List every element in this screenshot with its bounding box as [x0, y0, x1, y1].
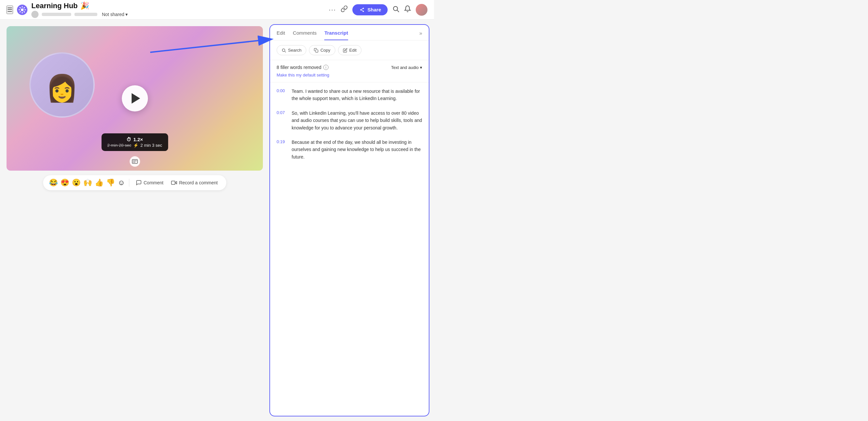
play-button[interactable] — [122, 85, 148, 111]
info-icon[interactable]: i — [323, 65, 329, 70]
svg-line-13 — [362, 8, 363, 9]
menu-button[interactable]: ☰ — [6, 5, 13, 14]
svg-point-9 — [21, 8, 24, 11]
bell-icon — [404, 5, 411, 12]
video-area: 👩 ⏱ 1.2× 2 min 28 sec ⚡ 2 min 3 sec — [0, 20, 270, 421]
chevron-down-icon: ▾ — [420, 65, 422, 70]
reaction-thumbsup-button[interactable]: 👍 — [95, 178, 103, 187]
copy-icon — [314, 48, 318, 53]
chevron-down-icon: ▾ — [125, 12, 128, 17]
user-avatar[interactable] — [416, 4, 428, 16]
copy-link-button[interactable] — [341, 5, 348, 14]
filler-label: 8 filler words removed i — [277, 65, 329, 70]
main-content: 👩 ⏱ 1.2× 2 min 28 sec ⚡ 2 min 3 sec — [0, 20, 434, 421]
filler-row: 8 filler words removed i Text and audio … — [277, 65, 422, 70]
comment-label: Comment — [144, 180, 164, 185]
reaction-wow-button[interactable]: 😮 — [72, 178, 81, 187]
speed-indicator: ⏱ 1.2× — [126, 137, 143, 142]
svg-line-16 — [397, 10, 399, 12]
reaction-love-button[interactable]: 😍 — [60, 178, 69, 187]
comment-button[interactable]: Comment — [133, 178, 166, 187]
tab-transcript[interactable]: Transcript — [324, 30, 348, 40]
svg-point-10 — [360, 9, 362, 10]
panel-tabs: Edit Comments Transcript » — [270, 25, 429, 40]
share-button[interactable]: Share — [352, 4, 388, 16]
divider — [129, 179, 129, 187]
svg-line-5 — [20, 7, 21, 8]
reaction-celebrate-button[interactable]: 🙌 — [83, 178, 92, 187]
svg-rect-25 — [315, 50, 318, 52]
reaction-more-button[interactable]: ☺️ — [118, 178, 125, 187]
title-emoji: 🎉 — [80, 2, 89, 10]
transcript-entry-1: 0:07 So, with LinkedIn Learning, you'll … — [277, 110, 422, 132]
search-icon — [392, 5, 399, 12]
svg-line-7 — [24, 7, 25, 8]
comment-icon — [136, 180, 142, 186]
video-player[interactable]: 👩 ⏱ 1.2× 2 min 28 sec ⚡ 2 min 3 sec — [6, 26, 263, 171]
share-icon — [359, 7, 365, 13]
duration-info: 2 min 28 sec ⚡ 2 min 3 sec — [107, 143, 162, 148]
copy-label: Copy — [320, 48, 330, 53]
timestamp-0[interactable]: 0:00 — [277, 88, 287, 102]
search-icon — [281, 48, 286, 53]
app-header: ☰ Learning Hub 🎉 — [0, 0, 434, 20]
search-transcript-button[interactable]: Search — [277, 45, 306, 55]
video-person-thumbnail: 👩 — [29, 52, 95, 118]
captions-button[interactable] — [130, 156, 140, 167]
reaction-thumbsdown-button[interactable]: 👎 — [106, 178, 115, 187]
camera-icon — [171, 180, 177, 186]
captions-icon — [132, 159, 138, 164]
svg-line-14 — [362, 10, 363, 11]
reaction-bar: 😂 😍 😮 🙌 👍 👎 ☺️ Comment Record a comment — [43, 175, 226, 190]
copy-transcript-button[interactable]: Copy — [309, 45, 335, 55]
filler-count: 8 filler words removed — [277, 65, 321, 70]
reaction-laugh-button[interactable]: 😂 — [49, 178, 58, 187]
transcript-text-0: Team. I wanted to share out a new resour… — [291, 88, 422, 102]
author-date — [74, 13, 97, 16]
svg-rect-18 — [132, 160, 137, 163]
tab-edit[interactable]: Edit — [277, 30, 285, 40]
header-left: ☰ Learning Hub 🎉 — [6, 2, 325, 18]
timestamp-1[interactable]: 0:07 — [277, 110, 287, 132]
record-comment-label: Record a comment — [179, 180, 217, 185]
transcript-entry-0: 0:00 Team. I wanted to share out a new r… — [277, 88, 422, 102]
notifications-button[interactable] — [404, 5, 411, 14]
transcript-panel: Edit Comments Transcript » Search Copy — [270, 24, 429, 416]
svg-line-6 — [24, 11, 25, 12]
new-duration: 2 min 3 sec — [141, 143, 162, 148]
transcript-text-2: Because at the end of the day, we should… — [291, 139, 422, 161]
default-setting-link[interactable]: Make this my default setting — [277, 73, 422, 78]
dropdown-label: Text and audio — [391, 65, 418, 70]
speed-value: 1.2× — [133, 137, 143, 142]
text-audio-dropdown[interactable]: Text and audio ▾ — [391, 65, 422, 70]
sharing-status-label: Not shared — [102, 12, 124, 17]
lightning-icon: ⚡ — [133, 143, 138, 148]
svg-marker-21 — [175, 181, 177, 184]
record-comment-button[interactable]: Record a comment — [168, 178, 220, 187]
expand-panel-button[interactable]: » — [419, 30, 422, 40]
global-search-button[interactable] — [392, 5, 399, 14]
author-avatar — [31, 11, 38, 18]
svg-rect-22 — [172, 181, 175, 184]
transcript-toolbar: Search Copy Edit — [270, 40, 429, 60]
header-right: ··· Share — [329, 4, 428, 16]
edit-icon — [343, 48, 347, 53]
svg-point-11 — [363, 7, 364, 9]
tab-comments[interactable]: Comments — [293, 30, 317, 40]
playback-speed-badge: ⏱ 1.2× 2 min 28 sec ⚡ 2 min 3 sec — [101, 133, 168, 151]
transcript-entry-2: 0:19 Because at the end of the day, we s… — [277, 139, 422, 161]
sharing-status-button[interactable]: Not shared ▾ — [100, 11, 129, 18]
edit-transcript-button[interactable]: Edit — [338, 45, 362, 55]
share-label: Share — [367, 7, 381, 12]
svg-line-24 — [285, 51, 286, 52]
timestamp-2[interactable]: 0:19 — [277, 139, 287, 161]
page-title: Learning Hub 🎉 — [31, 2, 129, 10]
transcript-content: 0:00 Team. I wanted to share out a new r… — [270, 82, 429, 416]
speed-icon: ⏱ — [126, 137, 131, 142]
title-section: Learning Hub 🎉 Not shared ▾ — [31, 2, 129, 18]
title-text: Learning Hub — [31, 2, 78, 10]
app-logo — [16, 4, 28, 16]
svg-point-12 — [363, 10, 364, 12]
more-options-button[interactable]: ··· — [329, 6, 336, 13]
edit-label: Edit — [349, 48, 356, 53]
